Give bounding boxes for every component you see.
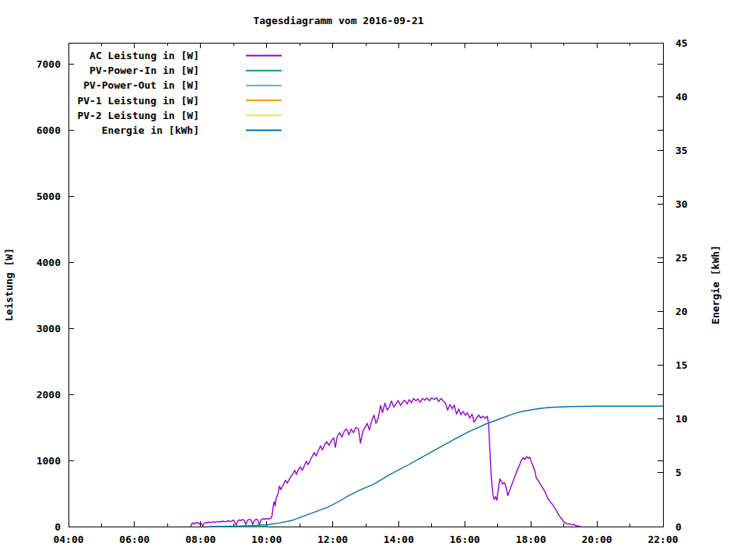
series-energie [211,406,664,527]
y2-axis-label: Energie [kWh] [710,245,721,324]
y-tick-label: 3000 [37,323,61,334]
y2-tick-label: 20 [675,306,688,317]
y-axis-label: Leistung [W] [3,248,15,321]
y2-tick-label: 15 [675,359,688,371]
x-tick-label: 16:00 [450,534,480,545]
x-tick-label: 12:00 [317,534,348,545]
legend-label-energie: Energie in [kWh] [102,124,199,136]
x-tick-label: 18:00 [516,534,546,545]
series-ac [191,398,581,527]
y2-tick-label: 35 [675,145,688,156]
y-tick-label: 7000 [37,58,61,70]
y-tick-label: 1000 [37,455,61,467]
legend-label-pv_out: PV-Power-Out in [W] [83,79,199,91]
y-tick-label: 4000 [37,257,61,268]
y2-tick-label: 5 [675,467,682,478]
chart-page: Tagesdiagramm vom 2016-09-21 Leistung [W… [0,0,747,560]
legend-label-pv_in: PV-Power-In in [W] [89,65,199,76]
y2-tick-label: 25 [675,252,688,264]
chart-legend: AC Leistung in [W]PV-Power-In in [W]PV-P… [77,50,282,136]
y-tick-label: 6000 [37,124,61,136]
x-tick-label: 20:00 [582,534,612,545]
y-tick-label: 0 [54,521,61,533]
data-series [191,398,663,527]
y2-tick-label: 10 [675,413,688,425]
legend-label-pv1: PV-1 Leistung in [W] [77,95,199,107]
daily-pv-chart: Tagesdiagramm vom 2016-09-21 Leistung [W… [0,0,747,560]
legend-label-pv2: PV-2 Leistung in [W] [77,110,199,121]
y-tick-label: 2000 [37,389,61,401]
x-tick-label: 22:00 [647,534,678,545]
chart-title: Tagesdiagramm vom 2016-09-21 [253,15,423,26]
x-tick-label: 06:00 [119,534,149,545]
x-tick-label: 04:00 [53,534,83,545]
y-tick-label: 5000 [37,191,61,202]
y2-tick-label: 45 [675,37,688,49]
x-tick-label: 14:00 [384,534,414,545]
x-tick-label: 10:00 [251,534,282,545]
y2-tick-label: 40 [675,91,688,103]
x-tick-label: 08:00 [185,534,216,545]
y2-tick-label: 30 [675,198,688,210]
legend-label-ac: AC Leistung in [W] [89,50,199,61]
y2-tick-label: 0 [675,521,682,533]
